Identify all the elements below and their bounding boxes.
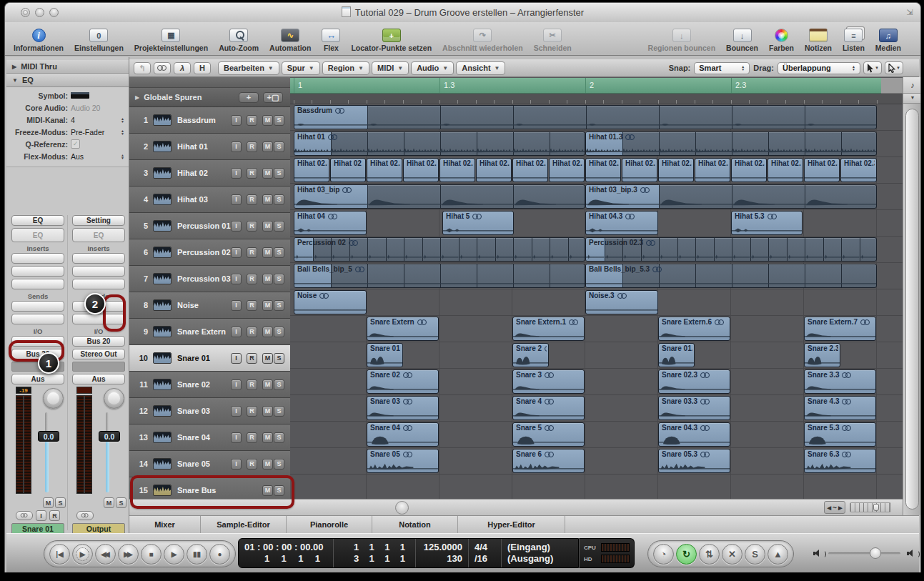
- pan-knob[interactable]: [104, 388, 124, 409]
- checkbox-icon[interactable]: ✓: [71, 139, 80, 149]
- solo-button[interactable]: S: [274, 300, 284, 311]
- fast-forward-button[interactable]: ▶▶: [118, 544, 139, 565]
- input-monitor-button[interactable]: I: [231, 459, 242, 470]
- record-enable-button[interactable]: R: [247, 459, 257, 470]
- mute-button[interactable]: M: [262, 168, 273, 179]
- track-row[interactable]: 2Hihat 01IRMS: [129, 134, 290, 160]
- record-enable-button[interactable]: R: [247, 379, 257, 390]
- region[interactable]: Snare 04: [367, 422, 439, 447]
- region[interactable]: Snare 6.3: [804, 449, 876, 473]
- zoom-slider[interactable]: [850, 502, 891, 512]
- toolbar-item-media[interactable]: Medien: [875, 29, 901, 52]
- menu-spur[interactable]: Spur▼: [282, 61, 320, 75]
- lcd-position[interactable]: 1111 3111: [334, 539, 416, 567]
- param-row[interactable]: Core Audio:Audio 20: [6, 101, 129, 114]
- stepper-icon[interactable]: ▲▼: [121, 117, 124, 123]
- input-monitor-button[interactable]: I: [36, 510, 46, 521]
- vertical-scroll-thumb[interactable]: [905, 109, 919, 510]
- track-row[interactable]: 13Snare 04IRMS: [129, 424, 290, 451]
- param-row[interactable]: MIDI-Kanal:4▲▼: [6, 114, 129, 126]
- input-monitor-button[interactable]: I: [231, 168, 242, 179]
- toolbar-item-settings[interactable]: Einstellungen: [74, 29, 124, 52]
- solo-button[interactable]: S: [274, 327, 284, 337]
- tab-pianorolle[interactable]: Pianorolle: [287, 516, 372, 533]
- region[interactable]: Hihat 02.2: [585, 158, 621, 182]
- toolbar-item-colors[interactable]: Farben: [769, 29, 794, 52]
- input-monitor-button[interactable]: I: [231, 327, 242, 337]
- add-multiple-tracks-button[interactable]: +▢: [263, 92, 283, 103]
- cycle-button[interactable]: ↻: [676, 544, 697, 565]
- h-button[interactable]: H: [194, 62, 211, 74]
- solo-button[interactable]: S: [274, 247, 284, 258]
- stereo-format-button[interactable]: [16, 511, 33, 520]
- play-button[interactable]: ▶: [164, 544, 184, 565]
- scroll-arrow-icon[interactable]: ▼: [903, 94, 921, 104]
- region[interactable]: Hihat 02.9: [367, 158, 402, 182]
- region[interactable]: Hihat 04: [294, 211, 367, 235]
- mute-button[interactable]: M: [43, 497, 54, 508]
- insert-slot[interactable]: ·: [72, 279, 125, 289]
- mute-button[interactable]: M: [104, 497, 114, 508]
- inspector-header-midi-thru[interactable]: ▶MIDI Thru: [6, 60, 129, 74]
- toolbar-item-repeat[interactable]: Abschnitt wiederholen: [442, 29, 523, 52]
- record-enable-button[interactable]: R: [247, 115, 257, 126]
- region[interactable]: Snare Extern.6: [658, 317, 730, 341]
- param-row[interactable]: Q-Referenz:✓: [6, 138, 129, 150]
- stereo-format-button[interactable]: [76, 511, 94, 520]
- region[interactable]: Hihat 02.3: [695, 158, 730, 182]
- region[interactable]: Hihat 02.3: [731, 158, 767, 182]
- region[interactable]: Hihat 02.3: [840, 158, 877, 182]
- pause-button[interactable]: ▮▮: [187, 544, 207, 565]
- input-monitor-button[interactable]: I: [231, 353, 242, 364]
- input-monitor-button[interactable]: I: [231, 141, 242, 152]
- menu-audio[interactable]: Audio▼: [411, 61, 454, 75]
- toolbar-item-locator[interactable]: Locator-Punkte setzen: [351, 29, 432, 52]
- solo-button[interactable]: S: [274, 459, 284, 470]
- send-slot[interactable]: ·: [11, 314, 64, 324]
- toolbar-item-lists[interactable]: Listen: [843, 29, 865, 52]
- note-zoom-icon[interactable]: ♪: [903, 77, 921, 94]
- group-slot[interactable]: [72, 362, 125, 372]
- region[interactable]: Hihat 02.3: [804, 158, 840, 182]
- tab-sample-editor[interactable]: Sample-Editor: [201, 516, 287, 533]
- toolbar-item-autozoom[interactable]: Auto-Zoom: [219, 29, 259, 52]
- inspector-header-eq[interactable]: ▼EQ: [6, 74, 129, 87]
- menu-ansicht[interactable]: Ansicht▼: [456, 61, 505, 75]
- menu-bearbeiten[interactable]: Bearbeiten▼: [218, 61, 279, 75]
- volume-slider-thumb[interactable]: [870, 547, 881, 559]
- record-enable-button[interactable]: R: [247, 327, 257, 337]
- mute-button[interactable]: M: [262, 300, 273, 311]
- insert-slot[interactable]: ·: [11, 279, 64, 289]
- strip-header-button[interactable]: EQ: [11, 215, 64, 226]
- resize-icon[interactable]: ⇲: [905, 7, 915, 17]
- region[interactable]: Snare 03.3: [658, 396, 730, 420]
- metronome-button[interactable]: ▲: [767, 544, 788, 565]
- fader-value[interactable]: 0.0: [38, 431, 59, 442]
- input-monitor-button[interactable]: I: [231, 115, 242, 126]
- record-enable-button[interactable]: R: [247, 247, 257, 258]
- insert-slot[interactable]: ·: [11, 266, 64, 277]
- region[interactable]: Hihat 02.8: [294, 158, 329, 182]
- solo-button[interactable]: S: [274, 274, 284, 284]
- solo-button[interactable]: S: [274, 353, 284, 364]
- input-monitor-button[interactable]: I: [231, 300, 242, 311]
- record-enable-button[interactable]: R: [247, 406, 257, 417]
- bar-ruler[interactable]: 11.322.3: [290, 78, 881, 94]
- mute-button[interactable]: M: [262, 247, 273, 258]
- solo-button[interactable]: S: [274, 406, 284, 417]
- track-row[interactable]: 11Snare 02IRMS: [129, 372, 290, 398]
- input-monitor-button[interactable]: I: [231, 221, 242, 232]
- toolbar-item-info[interactable]: Informationen: [14, 29, 64, 52]
- solo-button[interactable]: S: [274, 432, 284, 443]
- region[interactable]: Hihat 02.3: [658, 158, 694, 182]
- region[interactable]: Hihat 04.3: [585, 211, 658, 235]
- region[interactable]: Hihat 02.3: [549, 158, 585, 182]
- record-button[interactable]: ●: [209, 544, 230, 565]
- lcd-signature[interactable]: 4/4 /16: [469, 539, 502, 567]
- region[interactable]: Snare 2: [512, 343, 549, 367]
- mute-button[interactable]: M: [262, 327, 273, 337]
- toolbar-item-bounce_r[interactable]: Regionen bouncen: [648, 29, 716, 52]
- back-button[interactable]: ↰: [134, 62, 151, 74]
- go-to-begin-button[interactable]: |◀: [49, 544, 70, 565]
- automation-mode-button[interactable]: Aus: [11, 374, 64, 384]
